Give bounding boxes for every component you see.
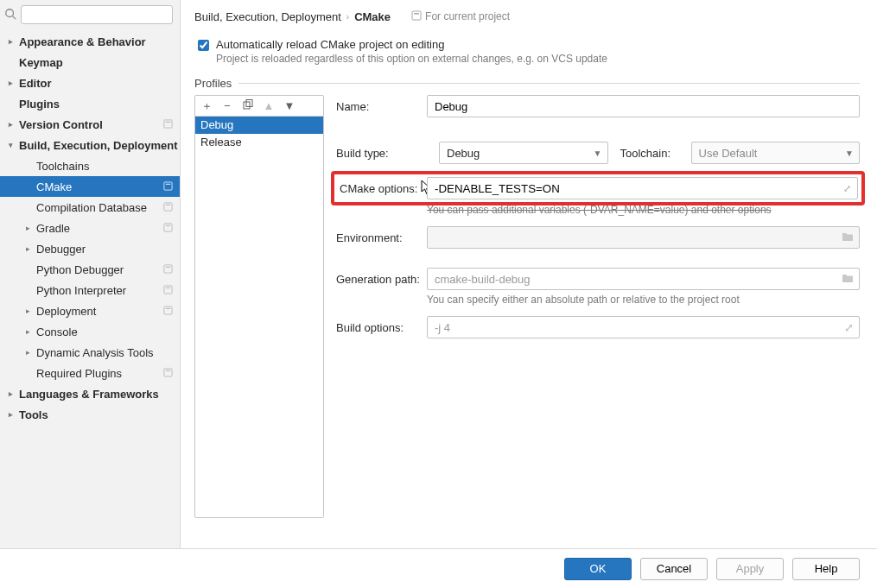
sidebar-item-label: Tools xyxy=(19,408,48,421)
apply-button[interactable]: Apply xyxy=(716,558,784,580)
sidebar-item-languages-frameworks[interactable]: ▸Languages & Frameworks xyxy=(0,383,180,404)
svg-point-0 xyxy=(6,9,14,16)
svg-rect-3 xyxy=(166,121,171,122)
sidebar-item-plugins[interactable]: Plugins xyxy=(0,93,180,114)
chevron-right-icon[interactable]: ▸ xyxy=(5,389,16,398)
svg-rect-16 xyxy=(164,368,172,376)
dialog-footer: OK Cancel Apply Help xyxy=(0,548,877,588)
sidebar-item-label: CMake xyxy=(36,180,72,193)
sidebar-item-label: Build, Execution, Deployment xyxy=(19,139,177,152)
profile-item-debug[interactable]: Debug xyxy=(195,117,323,134)
svg-rect-14 xyxy=(164,306,172,313)
chevron-down-icon[interactable]: ▾ xyxy=(5,141,16,149)
sidebar-item-version-control[interactable]: ▸Version Control xyxy=(0,114,180,135)
cmake-options-input[interactable] xyxy=(427,177,858,199)
svg-rect-13 xyxy=(166,287,171,288)
sidebar-item-python-interpreter[interactable]: Python Interpreter xyxy=(0,280,180,300)
auto-reload-checkbox[interactable] xyxy=(198,40,209,51)
sidebar-item-appearance-behavior[interactable]: ▸Appearance & Behavior xyxy=(0,31,180,52)
sidebar-item-cmake[interactable]: CMake xyxy=(0,176,180,197)
sidebar-item-build-execution-deployment[interactable]: ▾Build, Execution, Deployment xyxy=(0,135,180,155)
breadcrumb-parent[interactable]: Build, Execution, Deployment xyxy=(194,10,341,23)
build-options-label: Build options: xyxy=(336,321,427,334)
chevron-right-icon[interactable]: ▸ xyxy=(22,224,33,232)
sidebar-item-keymap[interactable]: Keymap xyxy=(0,52,180,73)
project-scope-icon xyxy=(163,264,173,275)
toolchain-label: Toolchain: xyxy=(620,147,679,160)
folder-icon[interactable] xyxy=(842,231,854,244)
sidebar-item-label: Python Debugger xyxy=(36,263,124,276)
scope-label: For current project xyxy=(425,10,510,22)
sidebar-item-label: Dynamic Analysis Tools xyxy=(36,346,154,359)
auto-reload-label[interactable]: Automatically reload CMake project on ed… xyxy=(216,38,607,51)
sidebar-item-toolchains[interactable]: Toolchains xyxy=(0,155,180,176)
svg-rect-15 xyxy=(166,307,171,308)
settings-tree: ▸Appearance & BehaviorKeymap▸EditorPlugi… xyxy=(0,29,180,548)
divider xyxy=(238,83,860,84)
sidebar-item-python-debugger[interactable]: Python Debugger xyxy=(0,259,180,280)
chevron-right-icon[interactable]: ▸ xyxy=(22,244,33,253)
breadcrumb: Build, Execution, Deployment › CMake xyxy=(194,10,391,23)
svg-rect-19 xyxy=(414,13,419,15)
auto-reload-sublabel: Project is reloaded regardless of this o… xyxy=(216,53,607,65)
sidebar-item-editor[interactable]: ▸Editor xyxy=(0,73,180,93)
toolchain-select[interactable]: Use Default ▼ xyxy=(691,142,861,164)
sidebar-item-label: Console xyxy=(36,326,78,338)
sidebar-item-label: Deployment xyxy=(36,305,96,318)
generation-path-input[interactable]: cmake-build-debug xyxy=(427,268,860,290)
copy-profile-button[interactable] xyxy=(242,99,254,112)
project-scope-icon xyxy=(163,223,173,234)
help-button[interactable]: Help xyxy=(792,558,860,580)
cancel-button[interactable]: Cancel xyxy=(640,558,708,580)
sidebar-item-label: Python Interpreter xyxy=(36,284,126,297)
sidebar-item-label: Gradle xyxy=(36,222,70,235)
chevron-right-icon[interactable]: ▸ xyxy=(5,410,16,419)
build-type-value: Debug xyxy=(447,147,480,160)
scope-indicator: For current project xyxy=(411,10,510,23)
remove-profile-button[interactable]: − xyxy=(221,99,233,112)
chevron-right-icon[interactable]: ▸ xyxy=(22,307,33,315)
svg-rect-6 xyxy=(164,202,172,210)
profile-item-release[interactable]: Release xyxy=(195,134,323,151)
svg-rect-18 xyxy=(412,11,421,20)
generation-path-label: Generation path: xyxy=(336,273,427,286)
chevron-right-icon[interactable]: ▸ xyxy=(22,327,33,336)
svg-rect-8 xyxy=(164,223,172,231)
sidebar-item-deployment[interactable]: ▸Deployment xyxy=(0,300,180,321)
environment-input[interactable] xyxy=(427,226,860,249)
folder-icon[interactable] xyxy=(842,273,854,286)
chevron-right-icon[interactable]: ▸ xyxy=(5,37,16,46)
sidebar-item-tools[interactable]: ▸Tools xyxy=(0,404,180,425)
build-options-input[interactable]: -j 4 ⤢ xyxy=(427,316,860,338)
sidebar-item-gradle[interactable]: ▸Gradle xyxy=(0,218,180,238)
generation-placeholder: cmake-build-debug xyxy=(435,273,531,286)
search-input[interactable] xyxy=(21,5,173,24)
search-icon xyxy=(3,8,17,22)
build-type-select[interactable]: Debug ▼ xyxy=(439,142,608,164)
svg-rect-10 xyxy=(164,264,172,272)
expand-icon[interactable]: ⤢ xyxy=(843,183,851,194)
name-input[interactable] xyxy=(427,95,860,117)
sidebar-item-label: Languages & Frameworks xyxy=(19,388,159,401)
svg-rect-5 xyxy=(166,183,171,184)
chevron-right-icon[interactable]: ▸ xyxy=(22,348,33,357)
cmake-options-row: CMake options: ⤢ xyxy=(331,171,865,205)
move-up-button[interactable]: ▲ xyxy=(263,99,275,112)
svg-rect-12 xyxy=(164,285,172,293)
toolchain-value: Use Default xyxy=(699,147,758,160)
sidebar-item-required-plugins[interactable]: Required Plugins xyxy=(0,363,180,383)
profiles-list[interactable]: DebugRelease xyxy=(195,117,323,517)
sidebar-item-compilation-database[interactable]: Compilation Database xyxy=(0,197,180,218)
move-down-button[interactable]: ▼ xyxy=(283,99,296,112)
chevron-right-icon[interactable]: ▸ xyxy=(5,79,16,87)
cmake-options-label: CMake options: xyxy=(340,182,427,195)
expand-icon[interactable]: ⤢ xyxy=(844,321,854,334)
sidebar-item-debugger[interactable]: ▸Debugger xyxy=(0,238,180,259)
project-scope-icon xyxy=(163,285,173,296)
sidebar-item-dynamic-analysis-tools[interactable]: ▸Dynamic Analysis Tools xyxy=(0,342,180,363)
sidebar-item-console[interactable]: ▸Console xyxy=(0,321,180,342)
chevron-right-icon[interactable]: ▸ xyxy=(5,120,16,129)
project-scope-icon xyxy=(411,10,422,23)
add-profile-button[interactable]: ＋ xyxy=(200,98,213,114)
ok-button[interactable]: OK xyxy=(564,558,632,580)
